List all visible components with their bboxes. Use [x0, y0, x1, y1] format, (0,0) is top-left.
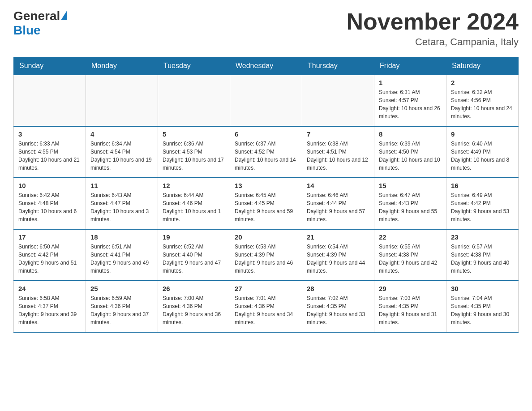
- week-row-4: 17Sunrise: 6:50 AMSunset: 4:42 PMDayligh…: [14, 229, 519, 281]
- day-number: 13: [235, 182, 297, 189]
- logo-triangle-icon: [61, 10, 67, 20]
- day-number: 25: [90, 285, 153, 292]
- day-number: 9: [451, 130, 514, 138]
- day-info: Sunrise: 6:51 AMSunset: 4:41 PMDaylight:…: [90, 243, 153, 275]
- calendar-cell: 3Sunrise: 6:33 AMSunset: 4:55 PMDaylight…: [14, 126, 86, 178]
- day-info: Sunrise: 7:02 AMSunset: 4:35 PMDaylight:…: [307, 294, 369, 326]
- day-info: Sunrise: 6:32 AMSunset: 4:56 PMDaylight:…: [451, 88, 514, 120]
- calendar-cell: 18Sunrise: 6:51 AMSunset: 4:41 PMDayligh…: [86, 229, 158, 281]
- day-info: Sunrise: 6:37 AMSunset: 4:52 PMDaylight:…: [235, 140, 297, 172]
- week-row-3: 10Sunrise: 6:42 AMSunset: 4:48 PMDayligh…: [14, 178, 519, 229]
- day-number: 8: [379, 130, 442, 138]
- day-number: 14: [307, 182, 369, 189]
- day-info: Sunrise: 6:34 AMSunset: 4:54 PMDaylight:…: [90, 140, 153, 172]
- calendar-cell: [86, 75, 158, 126]
- column-header-tuesday: Tuesday: [158, 57, 230, 75]
- day-number: 10: [18, 182, 81, 189]
- day-info: Sunrise: 6:38 AMSunset: 4:51 PMDaylight:…: [307, 140, 369, 172]
- day-number: 16: [451, 182, 514, 189]
- day-number: 28: [307, 285, 369, 292]
- day-info: Sunrise: 6:50 AMSunset: 4:42 PMDaylight:…: [18, 243, 81, 275]
- day-number: 4: [90, 130, 153, 138]
- day-number: 27: [235, 285, 297, 292]
- day-info: Sunrise: 6:33 AMSunset: 4:55 PMDaylight:…: [18, 140, 81, 172]
- day-number: 2: [451, 79, 514, 86]
- day-number: 7: [307, 130, 369, 138]
- calendar-cell: 10Sunrise: 6:42 AMSunset: 4:48 PMDayligh…: [14, 178, 86, 229]
- day-info: Sunrise: 6:53 AMSunset: 4:39 PMDaylight:…: [235, 243, 297, 275]
- day-number: 20: [235, 233, 297, 241]
- column-header-thursday: Thursday: [302, 57, 374, 75]
- day-info: Sunrise: 6:58 AMSunset: 4:37 PMDaylight:…: [18, 294, 81, 326]
- column-header-wednesday: Wednesday: [230, 57, 302, 75]
- day-info: Sunrise: 7:04 AMSunset: 4:35 PMDaylight:…: [451, 294, 514, 326]
- calendar-cell: [302, 75, 374, 126]
- day-number: 23: [451, 233, 514, 241]
- week-row-1: 1Sunrise: 6:31 AMSunset: 4:57 PMDaylight…: [14, 75, 519, 126]
- column-header-sunday: Sunday: [14, 57, 86, 75]
- location-title: Cetara, Campania, Italy: [347, 36, 519, 48]
- calendar-cell: 26Sunrise: 7:00 AMSunset: 4:36 PMDayligh…: [158, 281, 230, 332]
- calendar-cell: 13Sunrise: 6:45 AMSunset: 4:45 PMDayligh…: [230, 178, 302, 229]
- day-info: Sunrise: 6:52 AMSunset: 4:40 PMDaylight:…: [163, 243, 225, 275]
- calendar-cell: 14Sunrise: 6:46 AMSunset: 4:44 PMDayligh…: [302, 178, 374, 229]
- title-area: November 2024 Cetara, Campania, Italy: [347, 9, 519, 48]
- day-number: 29: [379, 285, 442, 292]
- day-number: 1: [379, 79, 442, 86]
- calendar-cell: 23Sunrise: 6:57 AMSunset: 4:38 PMDayligh…: [446, 229, 519, 281]
- calendar-cell: [158, 75, 230, 126]
- day-info: Sunrise: 6:42 AMSunset: 4:48 PMDaylight:…: [18, 191, 81, 223]
- calendar-cell: 7Sunrise: 6:38 AMSunset: 4:51 PMDaylight…: [302, 126, 374, 178]
- day-number: 26: [163, 285, 225, 292]
- logo: General: [13, 9, 68, 23]
- calendar-cell: 27Sunrise: 7:01 AMSunset: 4:36 PMDayligh…: [230, 281, 302, 332]
- calendar-cell: [14, 75, 86, 126]
- day-info: Sunrise: 6:44 AMSunset: 4:46 PMDaylight:…: [163, 191, 225, 223]
- day-info: Sunrise: 6:39 AMSunset: 4:50 PMDaylight:…: [379, 140, 442, 172]
- day-info: Sunrise: 7:00 AMSunset: 4:36 PMDaylight:…: [163, 294, 225, 326]
- logo-area: General Blue: [13, 9, 68, 38]
- calendar-header-row: SundayMondayTuesdayWednesdayThursdayFrid…: [14, 57, 519, 75]
- day-number: 5: [163, 130, 225, 138]
- calendar-cell: 4Sunrise: 6:34 AMSunset: 4:54 PMDaylight…: [86, 126, 158, 178]
- calendar-cell: 11Sunrise: 6:43 AMSunset: 4:47 PMDayligh…: [86, 178, 158, 229]
- calendar-cell: 25Sunrise: 6:59 AMSunset: 4:36 PMDayligh…: [86, 281, 158, 332]
- day-info: Sunrise: 6:55 AMSunset: 4:38 PMDaylight:…: [379, 243, 442, 275]
- day-number: 17: [18, 233, 81, 241]
- calendar-cell: 19Sunrise: 6:52 AMSunset: 4:40 PMDayligh…: [158, 229, 230, 281]
- calendar-cell: 24Sunrise: 6:58 AMSunset: 4:37 PMDayligh…: [14, 281, 86, 332]
- calendar-cell: 29Sunrise: 7:03 AMSunset: 4:35 PMDayligh…: [374, 281, 446, 332]
- calendar-cell: 16Sunrise: 6:49 AMSunset: 4:42 PMDayligh…: [446, 178, 519, 229]
- day-info: Sunrise: 6:47 AMSunset: 4:43 PMDaylight:…: [379, 191, 442, 223]
- day-info: Sunrise: 6:59 AMSunset: 4:36 PMDaylight:…: [90, 294, 153, 326]
- week-row-2: 3Sunrise: 6:33 AMSunset: 4:55 PMDaylight…: [14, 126, 519, 178]
- calendar-cell: 21Sunrise: 6:54 AMSunset: 4:39 PMDayligh…: [302, 229, 374, 281]
- day-info: Sunrise: 6:54 AMSunset: 4:39 PMDaylight:…: [307, 243, 369, 275]
- day-info: Sunrise: 6:40 AMSunset: 4:49 PMDaylight:…: [451, 140, 514, 172]
- calendar-cell: 12Sunrise: 6:44 AMSunset: 4:46 PMDayligh…: [158, 178, 230, 229]
- calendar-cell: 1Sunrise: 6:31 AMSunset: 4:57 PMDaylight…: [374, 75, 446, 126]
- column-header-friday: Friday: [374, 57, 446, 75]
- calendar-cell: 22Sunrise: 6:55 AMSunset: 4:38 PMDayligh…: [374, 229, 446, 281]
- logo-blue-text: Blue: [13, 23, 41, 38]
- calendar-cell: 2Sunrise: 6:32 AMSunset: 4:56 PMDaylight…: [446, 75, 519, 126]
- day-number: 21: [307, 233, 369, 241]
- calendar-cell: 5Sunrise: 6:36 AMSunset: 4:53 PMDaylight…: [158, 126, 230, 178]
- day-number: 19: [163, 233, 225, 241]
- day-number: 22: [379, 233, 442, 241]
- calendar-cell: 8Sunrise: 6:39 AMSunset: 4:50 PMDaylight…: [374, 126, 446, 178]
- calendar-cell: 30Sunrise: 7:04 AMSunset: 4:35 PMDayligh…: [446, 281, 519, 332]
- calendar-cell: [230, 75, 302, 126]
- day-info: Sunrise: 7:03 AMSunset: 4:35 PMDaylight:…: [379, 294, 442, 326]
- day-number: 24: [18, 285, 81, 292]
- day-info: Sunrise: 6:57 AMSunset: 4:38 PMDaylight:…: [451, 243, 514, 275]
- column-header-saturday: Saturday: [446, 57, 519, 75]
- week-row-5: 24Sunrise: 6:58 AMSunset: 4:37 PMDayligh…: [14, 281, 519, 332]
- day-number: 30: [451, 285, 514, 292]
- day-number: 6: [235, 130, 297, 138]
- calendar-cell: 28Sunrise: 7:02 AMSunset: 4:35 PMDayligh…: [302, 281, 374, 332]
- month-title: November 2024: [347, 9, 519, 34]
- day-number: 3: [18, 130, 81, 138]
- day-info: Sunrise: 7:01 AMSunset: 4:36 PMDaylight:…: [235, 294, 297, 326]
- day-number: 15: [379, 182, 442, 189]
